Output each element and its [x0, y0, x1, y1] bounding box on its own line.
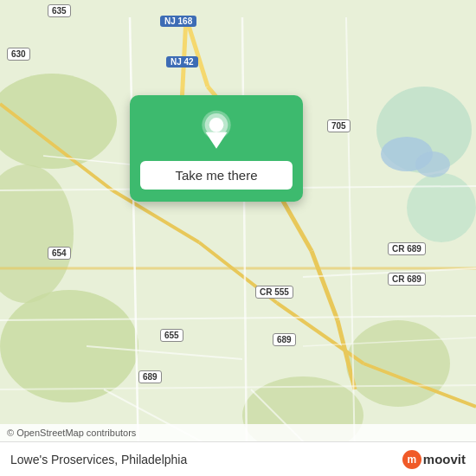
moovit-icon: m: [402, 450, 421, 469]
road-label-cr689a: CR 689: [388, 242, 426, 255]
road-label-cr689b: CR 689: [388, 273, 426, 286]
road-label-630: 630: [7, 48, 30, 61]
road-label-cr555: CR 555: [255, 286, 293, 299]
map-pin-icon: [195, 109, 238, 152]
road-label-nj168: NJ 168: [160, 16, 196, 27]
svg-point-5: [407, 173, 476, 242]
road-label-705: 705: [327, 119, 351, 132]
road-label-635: 635: [48, 4, 71, 17]
location-card: Take me there: [130, 95, 303, 202]
attribution-text: © OpenStreetMap contributors: [7, 428, 136, 438]
svg-point-37: [209, 118, 224, 132]
road-label-655: 655: [160, 329, 183, 342]
road-label-689: 689: [273, 333, 296, 346]
road-label-654: 654: [48, 247, 71, 260]
road-label-689c: 689: [138, 370, 162, 383]
moovit-text: moovit: [423, 452, 466, 466]
title-bar: Lowe's Proservices, Philadelphia m moovi…: [0, 441, 476, 476]
svg-point-9: [415, 151, 450, 177]
attribution-bar: © OpenStreetMap contributors: [0, 424, 476, 441]
svg-point-3: [0, 290, 138, 402]
moovit-logo: m moovit: [402, 450, 466, 469]
location-title: Lowe's Proservices, Philadelphia: [10, 453, 187, 466]
take-me-there-button[interactable]: Take me there: [140, 161, 293, 190]
road-label-nj42: NJ 42: [166, 56, 198, 68]
svg-marker-38: [206, 132, 228, 149]
map-svg: [0, 0, 476, 476]
map-container: NJ 168 NJ 42 630 635 705 654 CR 555 CR 6…: [0, 0, 476, 476]
